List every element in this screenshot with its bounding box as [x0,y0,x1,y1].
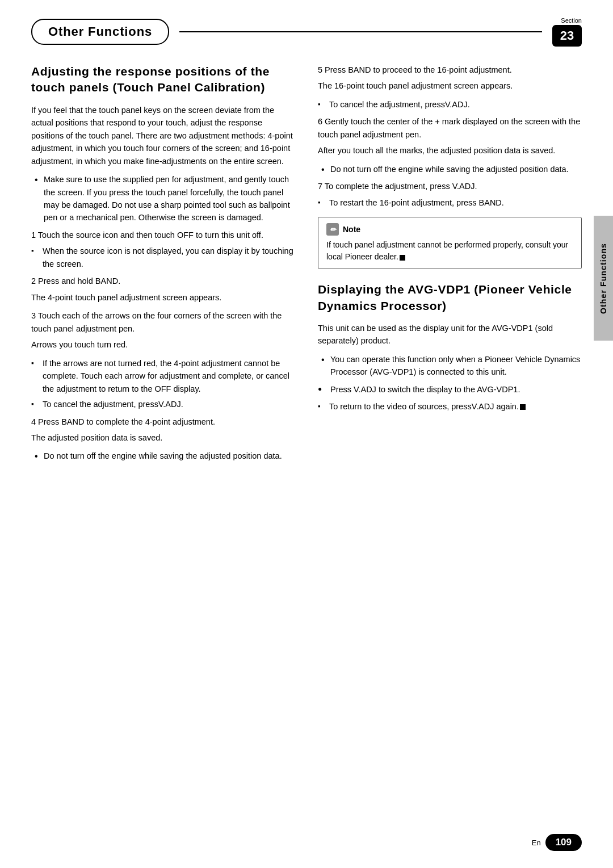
step-6-bullets: Do not turn off the engine while saving … [318,163,582,175]
step-2-detail: The 4-point touch panel adjustment scree… [31,291,295,304]
step-5-note-1: To cancel the adjustment, pressV.ADJ. [318,98,582,111]
left-section-heading: Adjusting the response positions of the … [31,64,295,96]
step-2: 2 Press and hold BAND. [31,275,295,287]
step-3-note-2: To cancel the adjustment, pressV.ADJ. [31,398,295,410]
step-4-bullet-1: Do not turn off the engine while saving … [31,450,295,462]
section2-bullet-1: You can operate this function only when … [318,353,582,379]
step-5-notes: To cancel the adjustment, pressV.ADJ. [318,98,582,111]
step-1-notes: When the source icon is not displayed, y… [31,245,295,270]
chapter-title: Other Functions [31,19,169,45]
step-7-note-1: To restart the 16-point adjustment, pres… [318,196,582,209]
section-label: Section [561,17,582,24]
section2-circle-1: Press V.ADJ to switch the display to the… [318,383,582,396]
caution-item-1: Make sure to use the supplied pen for ad… [31,173,295,224]
end-marker [400,255,405,261]
left-column: Adjusting the response positions of the … [31,64,295,467]
step-3-detail: Arrows you touch turn red. [31,338,295,351]
section2-circle-list: Press V.ADJ to switch the display to the… [318,383,582,396]
section2-bullets: You can operate this function only when … [318,353,582,379]
note-header: ✏ Note [326,223,573,236]
step-3-note-1: If the arrows are not turned red, the 4-… [31,357,295,395]
step-4-bullets: Do not turn off the engine while saving … [31,450,295,462]
end-marker-2 [520,404,526,410]
page-number: 109 [545,834,582,851]
step-4-detail: The adjusted position data is saved. [31,431,295,444]
step-5: 5 Press BAND to proceed to the 16-point … [318,64,582,76]
intro-paragraph: If you feel that the touch panel keys on… [31,104,295,167]
section2-intro: This unit can be used as the display uni… [318,322,582,347]
page-header: Other Functions Section 23 [31,17,582,47]
section-number: 23 [552,25,582,47]
right-section-heading: Displaying the AVG-VDP1 (Pioneer Vehicle… [318,282,582,314]
page: Other Functions Section 23 Adjusting the… [0,0,613,868]
note-icon: ✏ [326,223,339,236]
page-footer: En 109 [0,834,613,851]
step-4: 4 Press BAND to complete the 4-point adj… [31,416,295,428]
step-7-notes: To restart the 16-point adjustment, pres… [318,196,582,209]
right-column: 5 Press BAND to proceed to the 16-point … [318,64,582,467]
section2-sq-list: To return to the video of sources, press… [318,400,582,413]
side-tab-label: Other Functions [599,243,608,314]
section2-sq-1: To return to the video of sources, press… [318,400,582,413]
step-3-notes: If the arrows are not turned red, the 4-… [31,357,295,411]
step-1: 1 Touch the source icon and then touch O… [31,229,295,241]
caution-list: Make sure to use the supplied pen for ad… [31,173,295,224]
step-1-note-1: When the source icon is not displayed, y… [31,245,295,270]
step-5-detail: The 16-point touch panel adjustment scre… [318,79,582,92]
step-6-bullet-1: Do not turn off the engine while saving … [318,163,582,175]
content-columns: Adjusting the response positions of the … [31,64,582,467]
header-divider [179,31,542,32]
note-box: ✏ Note If touch panel adjustment cannot … [318,217,582,269]
note-text: If touch panel adjustment cannot be perf… [326,239,573,263]
step-6-detail: After you touch all the marks, the adjus… [318,144,582,157]
step-6: 6 Gently touch the center of the + mark … [318,115,582,141]
step-7: 7 To complete the adjustment, press V.AD… [318,180,582,192]
language-label: En [532,838,541,847]
side-tab: Other Functions [594,216,613,341]
note-label: Note [343,225,360,234]
step-3: 3 Touch each of the arrows on the four c… [31,309,295,335]
